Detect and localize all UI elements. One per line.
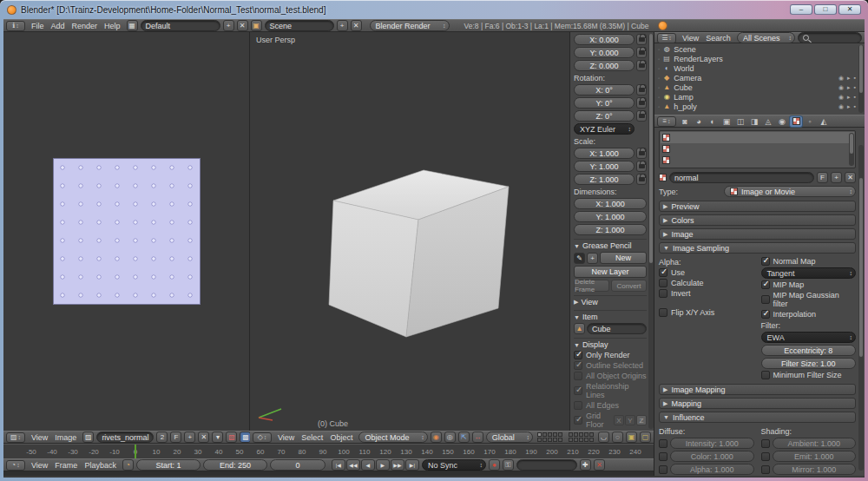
manipulator-translate-icon[interactable]: ↔ bbox=[472, 432, 483, 443]
collapsed-panel-header[interactable]: ▶Colors bbox=[659, 214, 856, 226]
interpolation-checkbox[interactable] bbox=[761, 310, 770, 319]
expand-icon[interactable]: ◦ bbox=[658, 76, 660, 81]
lock-icon[interactable] bbox=[636, 174, 647, 185]
influence-slider[interactable]: Mirror: 1.000 bbox=[773, 464, 857, 475]
layers-grid[interactable] bbox=[537, 432, 562, 442]
properties-tab[interactable]: ◉ bbox=[776, 116, 788, 127]
influence-checkbox[interactable] bbox=[659, 465, 667, 474]
pivot-icon[interactable]: ◎ bbox=[444, 432, 456, 443]
location-field[interactable]: X: 0.000 bbox=[574, 34, 635, 45]
pencil-icon[interactable]: ✎ bbox=[574, 253, 585, 264]
influence-slider[interactable]: Emit: 1.000 bbox=[773, 451, 857, 462]
convert-button[interactable]: Convert bbox=[611, 280, 647, 292]
outliner-row[interactable]: ◦ ◐ World ◉▸▪ bbox=[658, 63, 856, 73]
influence-checkbox[interactable] bbox=[761, 465, 770, 474]
current-frame-marker[interactable] bbox=[135, 445, 136, 458]
editor-type-info-icon[interactable]: ℹ bbox=[6, 21, 25, 31]
influence-panel-header[interactable]: ▼Influence bbox=[659, 412, 856, 423]
influence-checkbox[interactable] bbox=[761, 452, 770, 461]
playback-button[interactable]: ▶ bbox=[376, 459, 390, 471]
grid-axis-toggle[interactable]: Y bbox=[625, 415, 635, 425]
editor-type-outliner-icon[interactable]: ☰ bbox=[657, 33, 676, 43]
image-sampling-panel-header[interactable]: ▼Image Sampling bbox=[659, 242, 856, 254]
fake-user-button[interactable]: F bbox=[170, 432, 181, 443]
add-layout-button[interactable]: + bbox=[223, 20, 234, 31]
influence-checkbox[interactable] bbox=[659, 439, 667, 448]
use-alpha-checkbox[interactable] bbox=[659, 268, 667, 277]
menu-item[interactable]: Object bbox=[326, 433, 356, 442]
menu-item[interactable]: Frame bbox=[51, 461, 81, 470]
menu-item[interactable]: Help bbox=[101, 22, 124, 30]
menu-item[interactable]: Playback bbox=[81, 461, 120, 470]
texture-slot[interactable] bbox=[661, 132, 854, 143]
maximize-button[interactable]: □ bbox=[814, 4, 837, 15]
expand-icon[interactable]: ◦ bbox=[658, 85, 660, 90]
lock-icon[interactable] bbox=[636, 60, 647, 71]
scene-field[interactable]: Scene bbox=[265, 20, 334, 31]
render-anim-icon[interactable]: ▢ bbox=[640, 432, 651, 443]
lock-icon[interactable] bbox=[636, 148, 647, 159]
shading-icon[interactable]: ◉ bbox=[431, 432, 442, 443]
playback-button[interactable]: ▶| bbox=[405, 459, 419, 471]
properties-tab[interactable]: ▣ bbox=[720, 116, 733, 127]
grid-axis-toggle[interactable]: X bbox=[614, 415, 624, 425]
editor-type-properties-icon[interactable]: ≡ bbox=[657, 116, 676, 127]
grease-pencil-panel-header[interactable]: ▼Grease Pencil bbox=[574, 239, 647, 250]
filter-size-field[interactable]: Filter Size: 1.00 bbox=[761, 358, 857, 369]
mipmap-checkbox[interactable] bbox=[761, 280, 770, 289]
grid-floor-checkbox[interactable] bbox=[574, 416, 582, 425]
uv-edit-icon[interactable]: ▧ bbox=[226, 432, 237, 443]
texture-slot[interactable] bbox=[661, 143, 854, 155]
flip-axis-checkbox[interactable] bbox=[659, 308, 667, 317]
new-image-button[interactable]: + bbox=[184, 432, 195, 443]
menu-item[interactable]: File bbox=[28, 22, 48, 30]
normal-map-image[interactable] bbox=[54, 159, 200, 304]
record-icon[interactable]: ● bbox=[489, 459, 500, 471]
rotation-mode-select[interactable]: XYZ Euler bbox=[574, 123, 635, 135]
properties-tab[interactable]: ◦ bbox=[804, 116, 816, 127]
menu-item[interactable]: View bbox=[679, 34, 702, 43]
calculate-alpha-checkbox[interactable] bbox=[659, 279, 667, 287]
render-opengl-icon[interactable]: ▣ bbox=[626, 432, 637, 443]
menu-item[interactable]: Render bbox=[69, 22, 102, 30]
preview-range-icon[interactable]: ◔ bbox=[122, 459, 134, 471]
properties-tab[interactable]: ◨ bbox=[748, 116, 760, 127]
collapsed-panel-header[interactable]: ▶Image Mapping bbox=[659, 384, 856, 395]
expand-icon[interactable]: ◦ bbox=[658, 95, 660, 100]
properties-tab[interactable]: ◐ bbox=[707, 116, 719, 127]
menu-item[interactable]: Select bbox=[298, 433, 326, 442]
item-name-field[interactable]: Cube bbox=[587, 323, 647, 334]
delete-scene-button[interactable]: ✕ bbox=[351, 20, 362, 31]
restrict-icons[interactable]: ◉▸▪ bbox=[838, 75, 856, 82]
new-layer-button[interactable]: New Layer bbox=[574, 266, 647, 278]
outliner-row[interactable]: ◦ ◆ Camera ◉▸▪ bbox=[658, 73, 856, 82]
slots-scrollbar[interactable] bbox=[849, 133, 854, 166]
menu-item[interactable]: View bbox=[274, 433, 298, 442]
expand-icon[interactable]: ◦ bbox=[658, 56, 660, 62]
frame-start-field[interactable]: Start: 1 bbox=[136, 459, 201, 471]
snap-magnet-icon[interactable]: ◡ bbox=[598, 432, 609, 443]
collapsed-panel-header[interactable]: ▶Image bbox=[659, 228, 856, 240]
display-checkbox[interactable] bbox=[574, 401, 582, 410]
rotation-field[interactable]: Z: 0° bbox=[574, 110, 635, 122]
playback-button[interactable]: ◀ bbox=[361, 459, 375, 471]
lock-icon[interactable] bbox=[636, 97, 647, 109]
dimension-field[interactable]: Z: 1.000 bbox=[574, 224, 647, 235]
editor-type-timeline-icon[interactable]: ◔ bbox=[6, 460, 25, 471]
texture-type-select[interactable]: Image or Movie bbox=[724, 186, 856, 197]
delete-keyframe-icon[interactable]: ✕ bbox=[594, 459, 605, 471]
cube-object[interactable] bbox=[328, 168, 512, 341]
restrict-icons[interactable]: ◉▸▪ bbox=[838, 103, 856, 110]
collapsed-panel-header[interactable]: ▶Mapping bbox=[659, 398, 856, 409]
sync-mode-select[interactable]: No Sync bbox=[422, 459, 486, 471]
delete-frame-button[interactable]: Delete Frame bbox=[574, 280, 609, 292]
item-panel-header[interactable]: ▼Item bbox=[574, 310, 647, 321]
lock-icon[interactable] bbox=[636, 84, 647, 96]
keying-set-field[interactable] bbox=[516, 459, 577, 471]
properties-scrollbar[interactable] bbox=[858, 145, 864, 471]
screen-layout-field[interactable]: Default bbox=[141, 20, 220, 31]
menu-item[interactable]: Add bbox=[48, 22, 69, 30]
rotation-field[interactable]: Y: 0° bbox=[574, 97, 635, 109]
influence-slider[interactable]: Intensity: 1.000 bbox=[670, 438, 754, 449]
scale-field[interactable]: Y: 1.000 bbox=[574, 161, 635, 172]
